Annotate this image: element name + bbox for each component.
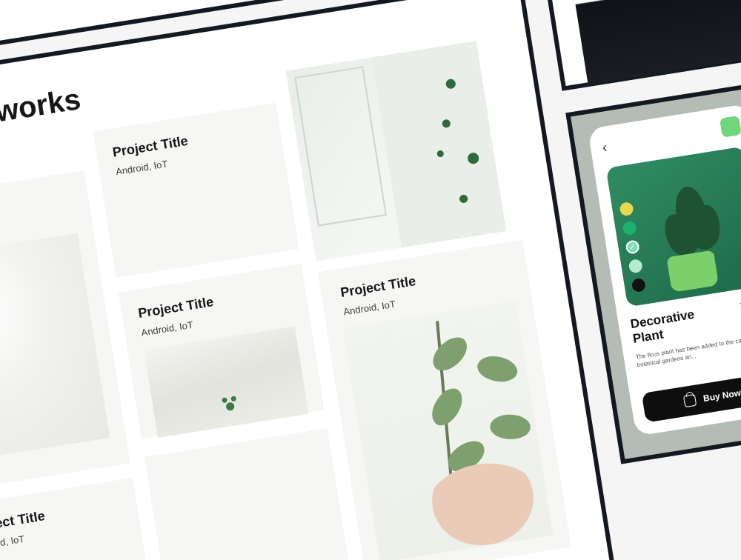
phone-mock: ‹ Decorative Plant £7.90 The ficus plant… — [588, 104, 741, 436]
project-image — [0, 233, 110, 462]
product-hero — [606, 146, 741, 307]
project-card[interactable]: Project Title Android, IoT — [119, 264, 325, 439]
project-image — [286, 41, 506, 261]
project-card[interactable]: Project Title Android, IoT — [318, 240, 571, 560]
preview-image — [568, 0, 741, 84]
project-image — [343, 301, 553, 560]
color-swatch-selected[interactable] — [625, 239, 640, 255]
color-swatch[interactable] — [631, 278, 647, 293]
buy-label: Buy Now — [702, 387, 741, 404]
project-card[interactable]: Project Title — [144, 428, 362, 560]
mobile-mock-panel: ‹ Decorative Plant £7.90 The ficus plant… — [565, 62, 741, 464]
color-selector[interactable] — [619, 201, 646, 293]
project-card[interactable]: Project Title Android, IoT — [0, 478, 163, 560]
bag-icon — [683, 394, 697, 407]
color-swatch[interactable] — [619, 201, 634, 217]
back-icon[interactable]: ‹ — [602, 139, 608, 156]
recent-works-grid: Project Title Android, IoT Project Title… — [0, 68, 582, 560]
product-name: Decorative Plant — [629, 304, 722, 347]
color-swatch[interactable] — [622, 221, 637, 236]
recent-works-panel: Recent works Project Title Android, IoT … — [0, 0, 621, 560]
project-card[interactable]: Project Title Android, IoT — [93, 102, 299, 278]
project-image — [144, 326, 308, 438]
color-swatch[interactable] — [628, 259, 643, 274]
avatar[interactable] — [720, 116, 741, 138]
project-card[interactable] — [286, 41, 506, 261]
text-preview-panel: Loren Condim — [520, 0, 741, 91]
buy-now-button[interactable]: Buy Now — [642, 372, 741, 423]
